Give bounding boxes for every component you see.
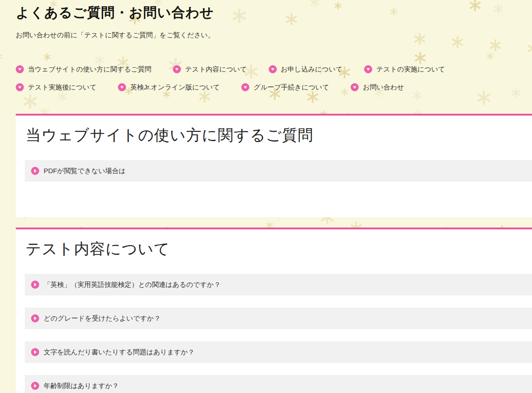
arrow-down-circle-icon (269, 65, 277, 73)
nav-link-label: グループ手続きについて (253, 83, 329, 92)
arrow-down-circle-icon (173, 65, 181, 73)
faq-question-label: 「英検」（実用英語技能検定）との関連はあるのですか？ (44, 281, 221, 289)
nav-link-6[interactable]: 英検Jr.オンライン版について (118, 83, 220, 92)
nav-link-label: お問い合わせ (363, 83, 404, 92)
faq-question-link[interactable]: どのグレードを受けたらよいですか？ (25, 308, 532, 329)
intro-text: お問い合わせの前に「テストに関するご質問」をご覧ください。 (16, 31, 532, 39)
section-heading: テスト内容について (26, 240, 532, 258)
nav-link-label: テストの実施について (376, 65, 445, 74)
arrow-down-circle-icon (118, 83, 126, 91)
nav-link-label: テスト実施後について (28, 83, 96, 92)
arrow-right-circle-icon (31, 314, 39, 322)
section-heading: 当ウェブサイトの使い方に関するご質問 (26, 126, 532, 144)
arrow-down-circle-icon (16, 65, 24, 73)
faq-question-link[interactable]: PDFが閲覧できない場合は (25, 160, 532, 182)
nav-link-label: テスト内容について (185, 65, 247, 74)
faq-question-link[interactable]: 文字を読んだり書いたりする問題はありますか？ (25, 341, 532, 363)
faq-section-1: 当ウェブサイトの使い方に関するご質問PDFが閲覧できない場合は (16, 114, 532, 217)
arrow-down-circle-icon (241, 83, 249, 91)
nav-link-3[interactable]: お申し込みについて (269, 65, 343, 74)
faq-question-label: どのグレードを受けたらよいですか？ (44, 314, 161, 323)
arrow-right-circle-icon (31, 167, 39, 175)
anchor-nav: 当ウェブサイトの使い方に関するご質問テスト内容についてお申し込みについてテストの… (16, 65, 524, 92)
faq-section-2: テスト内容について「英検」（実用英語技能検定）との関連はあるのですか？どのグレー… (16, 228, 532, 393)
nav-link-label: 英検Jr.オンライン版について (130, 83, 220, 92)
arrow-down-circle-icon (364, 65, 372, 73)
nav-link-2[interactable]: テスト内容について (173, 65, 247, 74)
faq-list: PDFが閲覧できない場合は (16, 160, 532, 182)
arrow-right-circle-icon (31, 281, 39, 289)
page-header: よくあるご質問・お問い合わせ お問い合わせの前に「テストに関するご質問」をご覧く… (0, 0, 532, 39)
page-title: よくあるご質問・お問い合わせ (16, 5, 532, 20)
arrow-down-circle-icon (16, 83, 24, 91)
nav-link-1[interactable]: 当ウェブサイトの使い方に関するご質問 (16, 65, 151, 74)
nav-link-5[interactable]: テスト実施後について (16, 83, 96, 92)
faq-question-label: 年齢制限はありますか？ (44, 382, 119, 390)
faq-question-link[interactable]: 年齢制限はありますか？ (25, 375, 532, 393)
faq-question-label: 文字を読んだり書いたりする問題はありますか？ (44, 348, 194, 357)
arrow-right-circle-icon (31, 382, 39, 390)
nav-link-4[interactable]: テストの実施について (364, 65, 445, 74)
faq-list: 「英検」（実用英語技能検定）との関連はあるのですか？どのグレードを受けたらよいで… (16, 274, 532, 393)
nav-link-label: 当ウェブサイトの使い方に関するご質問 (28, 65, 151, 74)
faq-sections: 当ウェブサイトの使い方に関するご質問PDFが閲覧できない場合はテスト内容について… (16, 114, 532, 393)
nav-link-7[interactable]: グループ手続きについて (241, 83, 329, 92)
nav-link-label: お申し込みについて (281, 65, 343, 74)
faq-question-link[interactable]: 「英検」（実用英語技能検定）との関連はあるのですか？ (25, 274, 532, 295)
arrow-down-circle-icon (351, 83, 359, 91)
faq-question-label: PDFが閲覧できない場合は (44, 167, 126, 175)
arrow-right-circle-icon (31, 348, 39, 356)
nav-link-8[interactable]: お問い合わせ (351, 83, 404, 92)
